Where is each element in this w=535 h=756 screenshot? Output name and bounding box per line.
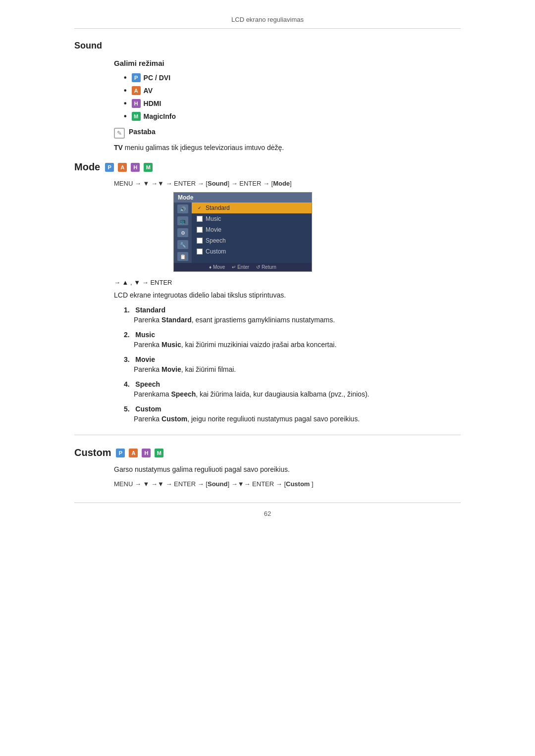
galimi-title: Galimi režimai (114, 59, 461, 67)
item-num-5: 5. Custom (124, 405, 461, 413)
menu-icon-4: 🔧 (177, 240, 188, 249)
header-title: LCD ekrano reguliavimas (231, 16, 304, 23)
menu-title-bar: Mode (174, 193, 312, 202)
mode-badge-h: H (131, 163, 140, 172)
check-music (197, 216, 203, 222)
page-footer: 62 (74, 503, 461, 522)
custom-badge-h: H (142, 449, 151, 457)
check-speech (197, 238, 203, 244)
note-description: TV meniu galimas tik įdiegus televizoria… (114, 144, 461, 151)
mode-badge-group: P A H M (105, 163, 156, 172)
page-header: LCD ekrano reguliavimas (74, 10, 461, 29)
check-movie (197, 227, 203, 233)
mode-menu-path: MENU → ▼ →▼ → ENTER → [Sound] → ENTER → … (114, 180, 461, 187)
sound-title: Sound (74, 41, 461, 51)
custom-badge-a: A (129, 449, 138, 457)
numbered-list: 1. Standard Parenka Standard, esant įpra… (114, 306, 461, 423)
menu-item-movie: Movie (192, 224, 312, 235)
item-num-3: 3. Movie (124, 355, 461, 363)
menu-footer: ♦ Move ↵ Enter ↺ Return (174, 263, 312, 271)
list-item: A AV (124, 86, 461, 95)
custom-badge-m: M (155, 449, 163, 457)
numbered-item-2: 2. Music Parenka Music, kai žiūrimi muzi… (114, 331, 461, 349)
divider (74, 435, 461, 435)
badge-h: H (132, 99, 141, 108)
mode-description: LCD ekrane integruotas didelio labai tik… (114, 291, 461, 299)
badge-m: M (132, 112, 141, 121)
page-number: 62 (264, 510, 271, 517)
menu-items-list: ✓ Standard Music Movie Speech (192, 202, 312, 263)
menu-item-music: Music (192, 213, 312, 224)
check-custom (197, 249, 203, 254)
nav-hint: → ▲ , ▼ → ENTER (114, 279, 461, 286)
item-num-4: 4. Speech (124, 380, 461, 388)
footer-return: ↺ Return (256, 264, 276, 270)
custom-badge-group: P A H M (116, 449, 166, 457)
menu-item-custom-label: Custom (206, 248, 226, 255)
sound-section: Sound Galimi režimai P PC / DVI A AV H H… (74, 41, 461, 151)
mode-hdmi-label: HDMI (144, 100, 161, 107)
menu-icon-5: 📋 (177, 252, 188, 261)
item-desc-1: Parenka Standard, esant įprastiems gamyk… (134, 316, 461, 324)
menu-item-speech: Speech (192, 235, 312, 246)
item-num-2: 2. Music (124, 331, 461, 339)
list-item: P PC / DVI (124, 73, 461, 82)
item-desc-2: Parenka Music, kai žiūrimi muzikiniai va… (134, 341, 461, 349)
menu-screenshot: Mode 🔊 📺 ⚙ 🔧 📋 ✓ Standard Musi (173, 192, 312, 272)
menu-item-standard: ✓ Standard (192, 202, 312, 213)
list-item: H HDMI (124, 99, 461, 108)
numbered-item-3: 3. Movie Parenka Movie, kai žiūrimi film… (114, 355, 461, 373)
menu-item-standard-label: Standard (206, 204, 230, 211)
garso-text: Garso nustatymus galima reguliuoti pagal… (114, 465, 461, 473)
menu-icon-3: ⚙ (177, 228, 188, 237)
numbered-item-1: 1. Standard Parenka Standard, esant įpra… (114, 306, 461, 324)
item-desc-3: Parenka Movie, kai žiūrimi filmai. (134, 365, 461, 373)
footer-enter: ↵ Enter (232, 264, 249, 270)
custom-title-text: Custom (74, 447, 111, 458)
menu-icon-1: 🔊 (177, 204, 188, 213)
mode-badge-m: M (144, 163, 153, 172)
mode-av-label: AV (144, 87, 153, 95)
menu-item-custom: Custom (192, 246, 312, 257)
menu-icon-2: 📺 (177, 216, 188, 225)
list-item: M MagicInfo (124, 112, 461, 121)
item-desc-4: Parenkama Speech, kai žiūrima laida, kur… (134, 390, 461, 398)
mode-pc-label: PC / DVI (144, 74, 170, 82)
menu-icons: 🔊 📺 ⚙ 🔧 📋 (174, 202, 192, 263)
menu-item-speech-label: Speech (206, 237, 226, 244)
badge-a: A (132, 86, 141, 95)
mode-title-text: Mode (74, 161, 100, 173)
footer-move: ♦ Move (209, 264, 225, 270)
custom-menu-path: MENU → ▼ →▼ → ENTER → [Sound] →▼→ ENTER … (114, 480, 461, 488)
note-tv-text: meniu galimas tik įdiegus televizoriaus … (125, 144, 284, 151)
menu-item-movie-label: Movie (206, 226, 221, 233)
note-label: Pastaba (129, 128, 156, 136)
custom-section: Custom P A H M Garso nustatymus galima r… (74, 447, 461, 488)
numbered-item-5: 5. Custom Parenka Custom, jeigu norite r… (114, 405, 461, 423)
note-icon: ✎ (114, 128, 125, 139)
note-box: ✎ Pastaba (114, 128, 461, 139)
mode-section-title: Mode P A H M (74, 161, 461, 173)
mode-badge-a: A (118, 163, 127, 172)
badge-p: P (132, 73, 141, 82)
item-desc-5: Parenka Custom, jeigu norite reguliuoti … (134, 415, 461, 423)
mode-magicinfo-label: MagicInfo (144, 112, 176, 120)
mode-section: Mode P A H M MENU → ▼ →▼ → ENTER → [Soun… (74, 161, 461, 423)
item-num-1: 1. Standard (124, 306, 461, 314)
check-standard: ✓ (197, 205, 203, 211)
menu-item-music-label: Music (206, 215, 221, 222)
custom-section-title: Custom P A H M (74, 447, 461, 458)
mode-badge-p: P (105, 163, 114, 172)
custom-badge-p: P (116, 449, 125, 457)
numbered-item-4: 4. Speech Parenkama Speech, kai žiūrima … (114, 380, 461, 398)
menu-sidebar: 🔊 📺 ⚙ 🔧 📋 ✓ Standard Music (174, 202, 312, 263)
note-tv-bold: TV (114, 144, 123, 151)
modes-list: P PC / DVI A AV H HDMI M MagicInfo (124, 73, 461, 121)
